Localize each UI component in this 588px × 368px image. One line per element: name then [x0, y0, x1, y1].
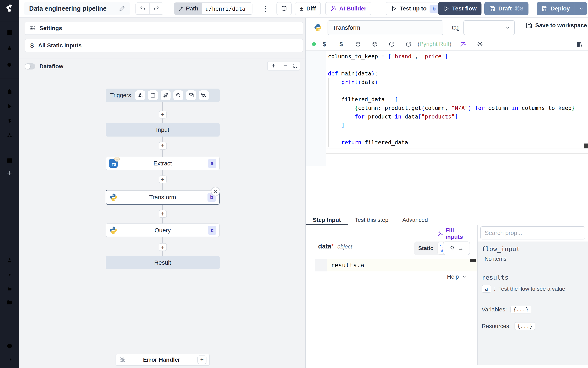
transform-step-node[interactable]: Transform b — [106, 190, 220, 205]
workers-robot-icon[interactable] — [6, 285, 13, 292]
settings-gear-icon[interactable] — [6, 271, 13, 278]
test-flow-button[interactable]: Test flow — [438, 2, 482, 15]
poll-trigger-button[interactable] — [199, 90, 209, 100]
schedules-calendar-icon[interactable] — [6, 157, 13, 163]
reload-button[interactable] — [383, 41, 400, 47]
deploy-separator — [575, 2, 575, 15]
step-name-input[interactable]: Transform — [328, 20, 443, 35]
expression-value[interactable]: results.a — [327, 259, 364, 271]
fit-view-button[interactable] — [293, 63, 298, 68]
editor-settings-button[interactable] — [471, 41, 488, 47]
fill-inputs-button[interactable]: Fill inputs — [437, 227, 472, 240]
package-button[interactable] — [350, 41, 366, 47]
home-icon[interactable] — [6, 88, 13, 94]
binoculars-clock-icon — [201, 92, 207, 98]
resources-boxes-icon[interactable] — [6, 133, 13, 139]
websocket-trigger-button[interactable] — [173, 90, 183, 100]
code-editor[interactable]: columns_to_keep = ['brand', 'price'] def… — [306, 51, 588, 148]
flow-input-key[interactable]: flow_input — [482, 245, 584, 253]
schedule-trigger-button[interactable] — [148, 90, 158, 100]
ai-builder-button[interactable]: AI Builder — [325, 2, 371, 15]
expression-editor[interactable]: results.a — [315, 259, 477, 271]
tab-step-input[interactable]: Step Input — [306, 215, 348, 225]
path-value-box[interactable]: u/henri/data_ — [202, 3, 252, 14]
tab-test-this-step[interactable]: Test this step — [348, 215, 395, 225]
input-node[interactable]: Input — [106, 123, 220, 137]
variable-picker-button[interactable]: $ — [316, 41, 333, 47]
diff-button[interactable]: ± Diff — [295, 2, 321, 15]
editor-scrollbar-handle[interactable] — [584, 144, 588, 148]
add-step-button[interactable]: + — [159, 111, 167, 119]
variables-value-badge[interactable]: {...} — [511, 306, 531, 313]
tag-select[interactable] — [464, 20, 515, 35]
extract-step-node[interactable]: TS Extract a — [106, 157, 220, 170]
tab-advanced[interactable]: Advanced — [395, 215, 435, 225]
dataflow-toggle[interactable] — [25, 63, 35, 70]
reload-button[interactable] — [400, 41, 417, 47]
chevron-down-icon — [505, 25, 511, 31]
path-chip[interactable]: Path u/henri/data_ — [174, 2, 252, 15]
add-step-button[interactable]: + — [159, 210, 167, 218]
connect-input-button[interactable]: → — [443, 241, 470, 255]
more-options-kebab-icon[interactable]: ⋮ — [261, 4, 270, 14]
workspace-icon[interactable] — [6, 29, 13, 36]
runs-play-icon[interactable] — [6, 103, 13, 110]
query-step-badge: c — [208, 226, 216, 235]
result-node[interactable]: Result — [106, 256, 220, 269]
draft-button[interactable]: Draft ⌘S — [484, 2, 529, 15]
code-content[interactable]: columns_to_keep = ['brand', 'price'] def… — [328, 52, 575, 147]
flow-settings-button[interactable]: Settings — [25, 22, 303, 35]
resources-value-badge[interactable]: {...} — [514, 322, 535, 330]
email-trigger-button[interactable] — [186, 90, 196, 100]
windmill-logo-icon[interactable] — [4, 3, 15, 13]
add-plus-icon[interactable]: + — [6, 169, 13, 177]
folders-icon[interactable] — [6, 299, 13, 306]
expression-scrollbar[interactable] — [470, 259, 476, 262]
query-step-node[interactable]: Query c — [106, 223, 220, 237]
add-step-button[interactable]: + — [159, 175, 167, 183]
audit-logs-list-icon[interactable] — [6, 313, 13, 319]
package-button[interactable] — [366, 41, 383, 47]
zoom-out-button[interactable]: − — [281, 62, 289, 69]
error-handler-node[interactable]: Error Handler + — [115, 354, 210, 366]
add-step-button[interactable]: + — [159, 142, 167, 150]
edit-path-pencil-icon — [178, 6, 183, 11]
search-prop-input[interactable]: Search prop... — [480, 226, 585, 239]
favorites-star-icon[interactable] — [6, 45, 13, 52]
help-toggle[interactable]: Help — [447, 274, 467, 280]
all-static-inputs-button[interactable]: $ All Static Inputs — [25, 39, 303, 52]
add-error-handler-button[interactable]: + — [198, 356, 207, 364]
docs-button[interactable] — [276, 2, 292, 15]
result-key-badge[interactable]: a — [482, 285, 491, 293]
test-up-to-button[interactable]: Test up to b — [386, 2, 444, 15]
expand-arrow-icon[interactable] — [6, 356, 13, 363]
search-icon[interactable] — [6, 62, 13, 68]
help-icon[interactable] — [6, 343, 13, 349]
deploy-button[interactable]: Deploy — [537, 2, 587, 15]
library-icon[interactable] — [576, 41, 583, 47]
resources-row[interactable]: Resources: {...} — [482, 322, 584, 330]
route-trigger-button[interactable] — [161, 90, 171, 100]
variables-row[interactable]: Variables: {...} — [482, 306, 584, 313]
users-icon[interactable] — [6, 257, 13, 263]
help-label: Help — [447, 274, 459, 280]
undo-button[interactable] — [136, 3, 149, 14]
triggers-bar[interactable]: Triggers — [106, 89, 220, 102]
save-icon — [526, 22, 532, 29]
save-to-workspace-button[interactable]: Save to workspace — [526, 22, 587, 29]
variables-dollar-icon[interactable] — [6, 118, 13, 124]
chevron-down-icon[interactable] — [578, 6, 584, 11]
wand-sparkles-icon — [330, 6, 336, 12]
add-step-button[interactable]: + — [159, 243, 167, 251]
result-entry[interactable]: a : Test the flow to see a value — [482, 285, 584, 293]
results-key[interactable]: results — [482, 274, 584, 281]
redo-button[interactable] — [149, 3, 163, 14]
ai-assistant-button[interactable] — [455, 41, 471, 47]
edit-title-pencil-icon[interactable] — [119, 6, 125, 12]
zoom-in-button[interactable]: + — [269, 62, 278, 69]
remove-step-button[interactable]: × — [211, 187, 220, 196]
panel-divider[interactable] — [305, 18, 306, 368]
resource-picker-button[interactable]: $ — [333, 41, 350, 47]
webhook-trigger-button[interactable] — [135, 90, 145, 100]
static-mode-label[interactable]: Static — [418, 245, 434, 252]
